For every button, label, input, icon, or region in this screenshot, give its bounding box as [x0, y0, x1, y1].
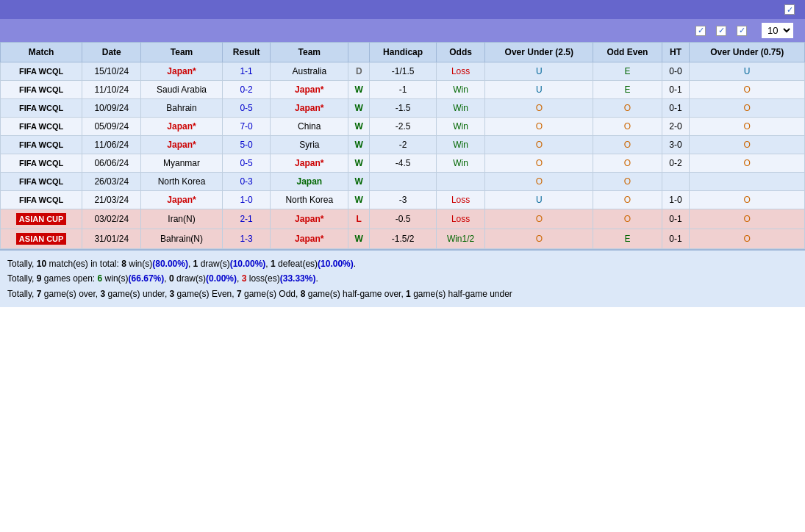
ou25-cell: U [485, 81, 593, 99]
result-cell[interactable]: 7-0 [222, 118, 271, 136]
oe-cell: E [593, 229, 662, 249]
odds-cell: Win [436, 118, 485, 136]
col-oe: Odd Even [593, 43, 662, 62]
ht-cell: 2-0 [662, 118, 690, 136]
ou075-cell: O [690, 81, 805, 99]
col-match: Match [1, 43, 82, 62]
date-cell: 31/01/24 [82, 229, 141, 249]
filter-asian-cup: ✓ [737, 26, 750, 36]
oe-cell: O [593, 118, 662, 136]
odds-cell: Loss [436, 62, 485, 81]
match-type-label: FIFA WCQL [19, 177, 63, 186]
result-cell[interactable]: 0-2 [222, 81, 271, 99]
display-notes-checkbox[interactable]: ✓ [784, 4, 795, 15]
filter-fifa-wcql: ✓ [716, 26, 729, 36]
ou075-cell: O [690, 191, 805, 209]
games-select[interactable]: 10 20 30 [762, 23, 793, 38]
team2-cell[interactable]: Japan* [271, 209, 348, 229]
wld-cell: L [348, 209, 370, 229]
date-cell: 26/03/24 [82, 173, 141, 191]
team2-cell[interactable]: Japan* [271, 99, 348, 118]
handicap-cell: -2 [370, 136, 436, 154]
handicap-cell: -2.5 [370, 118, 436, 136]
oe-cell: E [593, 81, 662, 99]
table-row: ASIAN CUP03/02/24Iran(N)2-1Japan*L-0.5Lo… [1, 209, 805, 229]
match-type-label: FIFA WCQL [19, 122, 63, 131]
handicap-cell: -3 [370, 191, 436, 209]
col-date: Date [82, 43, 141, 62]
match-type-label: FIFA WCQL [19, 67, 63, 76]
wld-cell: W [348, 99, 370, 118]
interf-checkbox[interactable]: ✓ [695, 26, 706, 36]
ou075-cell: O [690, 209, 805, 229]
ou25-cell: O [485, 154, 593, 173]
match-type-label: FIFA WCQL [19, 140, 63, 149]
odds-cell [436, 173, 485, 191]
handicap-cell: -1.5 [370, 99, 436, 118]
team1-cell[interactable]: Japan* [141, 118, 223, 136]
col-ou075: Over Under (0.75) [690, 43, 805, 62]
team1-cell[interactable]: Japan* [141, 62, 223, 81]
result-cell[interactable]: 1-3 [222, 229, 271, 249]
result-cell[interactable]: 1-1 [222, 62, 271, 81]
summary-line: Totally, 10 match(es) in total: 8 win(s)… [7, 256, 798, 271]
col-result: Result [222, 43, 271, 62]
team2-cell[interactable]: Japan [271, 173, 348, 191]
result-cell[interactable]: 5-0 [222, 136, 271, 154]
team2-cell[interactable]: China [271, 118, 348, 136]
ht-cell: 0-1 [662, 81, 690, 99]
result-cell[interactable]: 0-5 [222, 99, 271, 118]
ht-cell: 0-2 [662, 154, 690, 173]
odds-cell: Win [436, 99, 485, 118]
match-type-cell: ASIAN CUP [1, 209, 82, 229]
team1-cell[interactable]: Myanmar [141, 154, 223, 173]
team2-cell[interactable]: Japan* [271, 154, 348, 173]
wld-cell: W [348, 136, 370, 154]
team1-cell[interactable]: Bahrain [141, 99, 223, 118]
summary-section: Totally, 10 match(es) in total: 8 win(s)… [0, 249, 805, 307]
result-cell[interactable]: 2-1 [222, 209, 271, 229]
handicap-cell: -1/1.5 [370, 62, 436, 81]
table-row: FIFA WCQL06/06/24Myanmar0-5Japan*W-4.5Wi… [1, 154, 805, 173]
ou25-cell: O [485, 99, 593, 118]
odds-cell: Win [436, 81, 485, 99]
summary-line: Totally, 7 game(s) over, 3 game(s) under… [7, 287, 798, 301]
col-ht: HT [662, 43, 690, 62]
fifa-wcql-checkbox[interactable]: ✓ [716, 26, 726, 36]
match-type-label: FIFA WCQL [19, 159, 63, 168]
team1-cell[interactable]: Bahrain(N) [141, 229, 223, 249]
team2-cell[interactable]: Japan* [271, 229, 348, 249]
team1-cell[interactable]: Iran(N) [141, 209, 223, 229]
team1-cell[interactable]: Saudi Arabia [141, 81, 223, 99]
team2-cell[interactable]: Japan* [271, 81, 348, 99]
team1-cell[interactable]: North Korea [141, 173, 223, 191]
team2-cell[interactable]: Australia [271, 62, 348, 81]
result-cell[interactable]: 1-0 [222, 191, 271, 209]
oe-cell: O [593, 136, 662, 154]
oe-cell: O [593, 191, 662, 209]
wld-cell: D [348, 62, 370, 81]
ou075-cell: O [690, 99, 805, 118]
handicap-cell: -1.5/2 [370, 229, 436, 249]
match-type-cell: FIFA WCQL [1, 191, 82, 209]
team1-cell[interactable]: Japan* [141, 136, 223, 154]
ht-cell [662, 173, 690, 191]
team2-cell[interactable]: North Korea [271, 191, 348, 209]
result-cell[interactable]: 0-3 [222, 173, 271, 191]
display-notes: ✓ [784, 4, 798, 15]
ou25-cell: U [485, 191, 593, 209]
match-type-label: FIFA WCQL [19, 195, 63, 204]
handicap-cell [370, 173, 436, 191]
team1-cell[interactable]: Japan* [141, 191, 223, 209]
odds-cell: Loss [436, 191, 485, 209]
asian-cup-checkbox[interactable]: ✓ [737, 26, 747, 36]
ht-cell: 1-0 [662, 191, 690, 209]
team2-cell[interactable]: Syria [271, 136, 348, 154]
ht-cell: 0-0 [662, 62, 690, 81]
oe-cell: O [593, 209, 662, 229]
result-cell[interactable]: 0-5 [222, 154, 271, 173]
ht-cell: 3-0 [662, 136, 690, 154]
table-row: FIFA WCQL11/06/24Japan*5-0SyriaW-2WinOO3… [1, 136, 805, 154]
match-type-label: ASIAN CUP [16, 233, 67, 245]
ou25-cell: O [485, 209, 593, 229]
